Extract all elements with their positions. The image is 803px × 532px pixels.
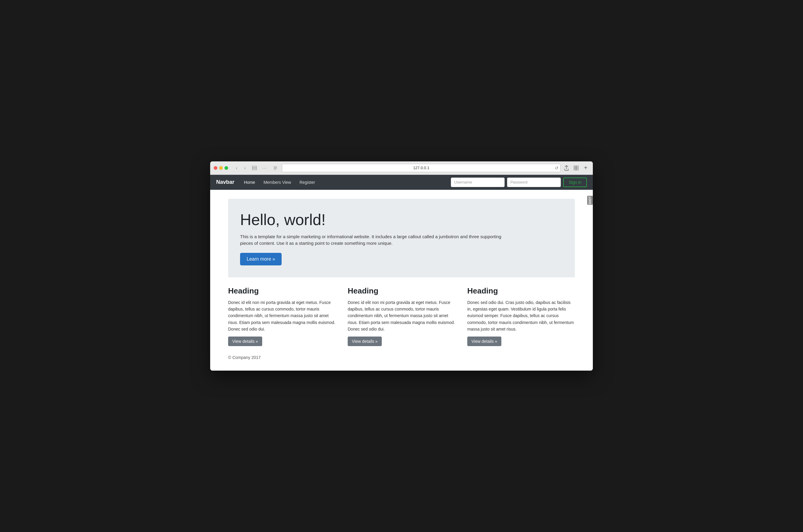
url-text: 127.0.0.1 bbox=[413, 166, 429, 170]
svg-rect-1 bbox=[252, 168, 257, 170]
card-1: Heading Donec id elit non mi porta gravi… bbox=[228, 286, 336, 346]
diigo-badge: DiiDT bbox=[587, 196, 593, 205]
learn-more-button[interactable]: Learn more » bbox=[240, 253, 282, 265]
copyright-text: © Company 2017 bbox=[228, 355, 261, 360]
browser-actions: + bbox=[563, 164, 589, 172]
minimize-window-button[interactable] bbox=[219, 166, 223, 170]
nav-link-register[interactable]: Register bbox=[296, 177, 319, 187]
new-tab-tile-button[interactable] bbox=[573, 164, 580, 172]
reader-button[interactable] bbox=[271, 165, 280, 171]
traffic-lights bbox=[214, 166, 228, 170]
sign-in-button[interactable]: Sign in bbox=[563, 177, 587, 187]
card-1-heading: Heading bbox=[228, 286, 336, 296]
card-3-body: Donec sed odio dui. Cras justo odio, dap… bbox=[467, 299, 575, 332]
svg-rect-8 bbox=[574, 168, 576, 170]
card-2: Heading Donec id elit non mi porta gravi… bbox=[348, 286, 455, 346]
nav-link-members[interactable]: Members View bbox=[260, 177, 295, 187]
navbar-brand[interactable]: Navbar bbox=[216, 179, 235, 185]
jumbotron: Hello, world! This is a template for a s… bbox=[228, 199, 575, 277]
close-window-button[interactable] bbox=[214, 166, 217, 170]
cards-row: Heading Donec id elit non mi porta gravi… bbox=[228, 286, 575, 346]
svg-rect-6 bbox=[574, 166, 576, 168]
card-1-body: Donec id elit non mi porta gravida at eg… bbox=[228, 299, 336, 332]
add-tab-button[interactable]: + bbox=[582, 164, 589, 172]
browser-nav-buttons: ‹ › bbox=[233, 165, 248, 171]
nav-link-home[interactable]: Home bbox=[240, 177, 259, 187]
card-3: Heading Donec sed odio dui. Cras justo o… bbox=[467, 286, 575, 346]
maximize-window-button[interactable] bbox=[225, 166, 228, 170]
more-button[interactable]: ··· bbox=[260, 165, 269, 171]
footer: © Company 2017 bbox=[228, 355, 575, 365]
reload-button[interactable]: ↺ bbox=[555, 166, 558, 170]
tabs-button[interactable] bbox=[251, 165, 258, 171]
card-3-action-button[interactable]: View details » bbox=[467, 337, 501, 346]
forward-button[interactable]: › bbox=[241, 165, 248, 171]
jumbotron-heading: Hello, world! bbox=[240, 211, 563, 229]
password-input[interactable] bbox=[507, 177, 561, 187]
svg-rect-0 bbox=[252, 166, 257, 168]
card-2-heading: Heading bbox=[348, 286, 455, 296]
card-2-body: Donec id elit non mi porta gravida at eg… bbox=[348, 299, 455, 332]
card-1-action-button[interactable]: View details » bbox=[228, 337, 262, 346]
navbar-nav: Home Members View Register bbox=[240, 177, 445, 187]
navbar: Navbar Home Members View Register Sign i… bbox=[210, 175, 593, 190]
username-input[interactable] bbox=[451, 177, 505, 187]
card-2-action-button[interactable]: View details » bbox=[348, 337, 382, 346]
svg-rect-7 bbox=[576, 166, 578, 168]
back-button[interactable]: ‹ bbox=[233, 165, 240, 171]
svg-rect-9 bbox=[576, 168, 578, 170]
address-bar[interactable]: 127.0.0.1 ↺ bbox=[282, 164, 561, 172]
main-content: Hello, world! This is a template for a s… bbox=[210, 190, 593, 371]
card-3-heading: Heading bbox=[467, 286, 575, 296]
website-content: DiiDT Navbar Home Members View Register … bbox=[210, 175, 593, 371]
navbar-auth: Sign in bbox=[451, 177, 587, 187]
jumbotron-description: This is a template for a simple marketin… bbox=[240, 233, 509, 247]
share-button[interactable] bbox=[563, 164, 570, 172]
